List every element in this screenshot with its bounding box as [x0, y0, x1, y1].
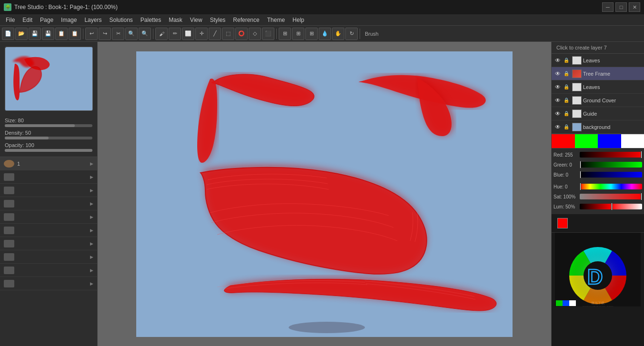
- layer-lock-icon[interactable]: 🔒: [562, 96, 571, 105]
- tb-cut[interactable]: ✂: [112, 28, 124, 40]
- list-item[interactable]: ▶: [0, 170, 97, 184]
- swatch-white[interactable]: [621, 134, 644, 148]
- tb-fill-tool[interactable]: ⬛: [262, 28, 274, 40]
- list-item[interactable]: ▶: [0, 250, 97, 264]
- layer-name: Guide: [583, 111, 642, 117]
- lum-slider[interactable]: [580, 204, 642, 209]
- swatch-red[interactable]: [552, 134, 575, 148]
- menu-palettes[interactable]: Palettes: [137, 16, 165, 24]
- brush-icon: [4, 187, 14, 194]
- list-item[interactable]: ▶: [0, 224, 97, 237]
- tb-saveas[interactable]: 💾: [42, 28, 54, 40]
- red-label: Red: 255: [553, 152, 580, 158]
- tb-diamond-tool[interactable]: ◇: [249, 28, 261, 40]
- tb-dropper[interactable]: 💧: [319, 28, 331, 40]
- list-item[interactable]: ▶: [0, 277, 97, 290]
- opacity-slider[interactable]: [5, 149, 92, 152]
- maximize-button[interactable]: □: [615, 2, 627, 12]
- layer-row[interactable]: 👁 🔒 Leaves: [552, 54, 644, 67]
- menu-image[interactable]: Image: [57, 16, 80, 24]
- brush-arrow: ▶: [90, 241, 93, 246]
- tb-undo[interactable]: ↩: [85, 28, 98, 40]
- menu-reference[interactable]: Reference: [229, 16, 263, 24]
- list-item[interactable]: 1 ▶: [0, 157, 97, 170]
- sat-slider[interactable]: [580, 194, 642, 199]
- canvas-container[interactable]: [98, 42, 551, 346]
- layer-thumbnail: [572, 83, 582, 91]
- minimize-button[interactable]: ─: [602, 2, 614, 12]
- layer-lock-icon[interactable]: 🔒: [562, 83, 571, 91]
- tb-circle-tool[interactable]: ⭕: [235, 28, 248, 40]
- color-picker-area[interactable]: D 微当下载 WWW.WEIDOWN.COM: [552, 214, 644, 346]
- layer-name: Ground Cover: [583, 98, 642, 103]
- list-item[interactable]: ▶: [0, 184, 97, 197]
- tb-redo[interactable]: ↪: [99, 28, 111, 40]
- brush-icon: [4, 173, 14, 181]
- layer-row[interactable]: 👁 🔒 Leaves: [552, 80, 644, 94]
- layer-lock-icon[interactable]: 🔒: [562, 109, 571, 118]
- current-color-swatch[interactable]: [557, 218, 568, 228]
- size-slider[interactable]: [5, 124, 92, 127]
- layer-row[interactable]: 👁 🔒 Ground Cover: [552, 94, 644, 107]
- green-slider[interactable]: [580, 162, 642, 168]
- menu-file[interactable]: File: [2, 16, 19, 24]
- menu-solutions[interactable]: Solutions: [105, 16, 136, 24]
- toolbar-brush-label: Brush: [362, 31, 382, 37]
- layer-row[interactable]: 👁 🔒 Guide: [552, 107, 644, 120]
- tb-rotate[interactable]: ↻: [345, 28, 358, 40]
- tb-hand[interactable]: ✋: [332, 28, 344, 40]
- tb-save[interactable]: 💾: [29, 28, 41, 40]
- tb-line-tool[interactable]: ╱: [209, 28, 221, 40]
- layer-lock-icon[interactable]: 🔒: [562, 56, 571, 65]
- tb-rect-tool[interactable]: ⬜: [182, 28, 194, 40]
- menu-theme[interactable]: Theme: [263, 16, 289, 24]
- layer-eye-icon[interactable]: 👁: [553, 123, 562, 131]
- menu-styles[interactable]: Styles: [206, 16, 230, 24]
- layer-row[interactable]: 👁 🔒 background: [552, 120, 644, 134]
- hue-slider[interactable]: [580, 184, 642, 189]
- create-layer-button[interactable]: Click to create layer 7: [552, 42, 644, 54]
- tb-move-tool[interactable]: ✛: [195, 28, 208, 40]
- tb-open[interactable]: 📂: [15, 28, 28, 40]
- layer-eye-icon[interactable]: 👁: [553, 96, 562, 105]
- tb-pattern3[interactable]: ⊞: [305, 28, 318, 40]
- tb-pattern2[interactable]: ⊞: [292, 28, 304, 40]
- menu-page[interactable]: Page: [36, 16, 57, 24]
- close-button[interactable]: ✕: [629, 2, 640, 12]
- tb-pattern1[interactable]: ⊞: [279, 28, 291, 40]
- swatch-blue[interactable]: [598, 134, 621, 148]
- list-item[interactable]: ▶: [0, 197, 97, 210]
- list-item[interactable]: ▶: [0, 210, 97, 224]
- menu-layers[interactable]: Layers: [80, 16, 105, 24]
- layer-eye-icon[interactable]: 👁: [553, 109, 562, 118]
- tb-pencil-tool[interactable]: ✏: [169, 28, 181, 40]
- layer-lock-icon[interactable]: 🔒: [562, 69, 571, 78]
- tb-zoom-out[interactable]: 🔍: [139, 28, 151, 40]
- menu-mask[interactable]: Mask: [165, 16, 186, 24]
- layer-eye-icon[interactable]: 👁: [553, 56, 562, 65]
- red-slider[interactable]: [580, 152, 642, 158]
- brush-preview-svg: [5, 47, 93, 111]
- canvas-area[interactable]: [98, 42, 551, 346]
- tb-erase-tool[interactable]: ⬚: [222, 28, 234, 40]
- blue-slider[interactable]: [580, 172, 642, 178]
- swatch-green[interactable]: [575, 134, 598, 148]
- menu-help[interactable]: Help: [289, 16, 308, 24]
- drawing-canvas[interactable]: [136, 51, 513, 337]
- tb-paste[interactable]: 📋: [69, 28, 81, 40]
- tb-copy[interactable]: 📋: [55, 28, 68, 40]
- menu-view[interactable]: View: [186, 16, 206, 24]
- layer-eye-icon[interactable]: 👁: [553, 83, 562, 91]
- tb-brush-tool[interactable]: 🖌: [155, 28, 168, 40]
- layer-eye-icon[interactable]: 👁: [553, 69, 562, 78]
- tb-zoom-in[interactable]: 🔍: [125, 28, 138, 40]
- list-item[interactable]: ▶: [0, 237, 97, 250]
- density-slider[interactable]: [5, 137, 92, 139]
- layer-lock-icon[interactable]: 🔒: [562, 123, 571, 131]
- menu-edit[interactable]: Edit: [19, 16, 36, 24]
- tb-new[interactable]: 📄: [2, 28, 14, 40]
- layer-row[interactable]: 👁 🔒 Tree Frame: [552, 67, 644, 80]
- title-bar-controls[interactable]: ─ □ ✕: [602, 2, 640, 12]
- color-wheel-area[interactable]: D 微当下载 WWW.WEIDOWN.COM: [555, 233, 641, 309]
- list-item[interactable]: ▶: [0, 264, 97, 277]
